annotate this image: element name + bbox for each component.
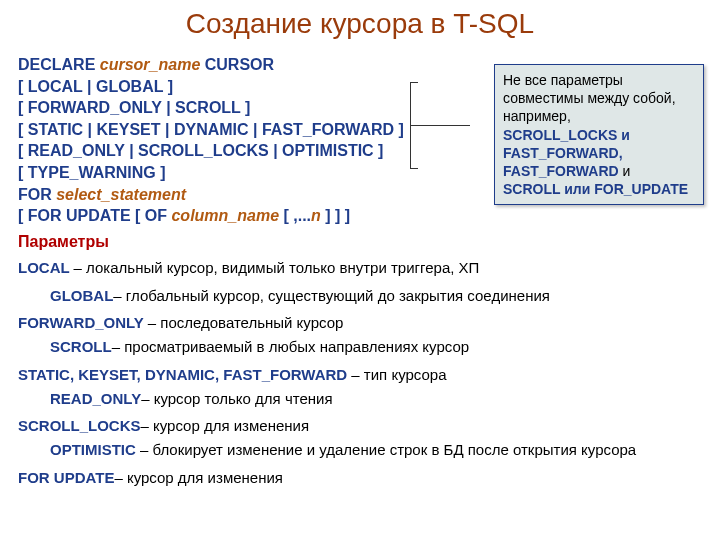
- id-n: n: [311, 207, 321, 224]
- param-read-only: READ_ONLY– курсор только для чтения: [18, 388, 702, 410]
- param-text: – блокирует изменение и удаление строк в…: [140, 441, 636, 458]
- param-forward-only: FORWARD_ONLY – последовательный курсор: [18, 312, 702, 334]
- param-text: – глобальный курсор, существующий до зак…: [113, 287, 550, 304]
- note-keyword: SCROLL или FOR_UPDATE: [503, 181, 688, 197]
- note-keyword: FAST_FORWARD: [503, 163, 623, 179]
- param-label: LOCAL: [18, 259, 74, 276]
- param-text: – последовательный курсор: [148, 314, 344, 331]
- param-scroll-locks: SCROLL_LOCKS– курсор для изменения: [18, 415, 702, 437]
- param-text: – тип курсора: [351, 366, 446, 383]
- param-local: LOCAL – локальный курсор, видимый только…: [18, 257, 702, 279]
- kw-for-update: [ FOR UPDATE [ OF: [18, 207, 171, 224]
- param-scroll: SCROLL– просматриваемый в любых направле…: [18, 336, 702, 358]
- param-label: FOR UPDATE: [18, 469, 114, 486]
- kw-for: FOR: [18, 186, 56, 203]
- note-text: Не все параметры совместимы между собой,…: [503, 72, 676, 124]
- param-global: GLOBAL– глобальный курсор, существующий …: [18, 285, 702, 307]
- param-for-update: FOR UPDATE– курсор для изменения: [18, 467, 702, 489]
- param-text: – локальный курсор, видимый только внутр…: [74, 259, 480, 276]
- kw-declare: DECLARE: [18, 56, 100, 73]
- id-select-statement: select_statement: [56, 186, 186, 203]
- param-label: OPTIMISTIC: [50, 441, 140, 458]
- note-box: Не все параметры совместимы между собой,…: [494, 64, 704, 205]
- param-text: – курсор для изменения: [114, 469, 283, 486]
- kw-cursor: CURSOR: [200, 56, 274, 73]
- param-text: – курсор для изменения: [141, 417, 310, 434]
- syntax-line: [ FOR UPDATE [ OF column_name [ ,...n ] …: [18, 205, 702, 227]
- param-label: STATIC, KEYSET, DYNAMIC, FAST_FORWARD: [18, 366, 351, 383]
- note-keyword: SCROLL_LOCKS и FAST_FORWARD,: [503, 127, 630, 161]
- param-text: – курсор только для чтения: [141, 390, 332, 407]
- param-label: SCROLL_LOCKS: [18, 417, 141, 434]
- param-label: FORWARD_ONLY: [18, 314, 148, 331]
- param-label: READ_ONLY: [50, 390, 141, 407]
- params-block: LOCAL – локальный курсор, видимый только…: [18, 257, 702, 489]
- id-column-name: column_name: [171, 207, 279, 224]
- page-title: Создание курсора в T-SQL: [18, 8, 702, 40]
- param-text: – просматриваемый в любых направлениях к…: [112, 338, 469, 355]
- kw-bracket-close: ] ] ]: [321, 207, 350, 224]
- param-type: STATIC, KEYSET, DYNAMIC, FAST_FORWARD – …: [18, 364, 702, 386]
- params-heading: Параметры: [18, 233, 702, 251]
- param-label: SCROLL: [50, 338, 112, 355]
- id-cursor-name: cursor_name: [100, 56, 201, 73]
- note-text: и: [623, 163, 631, 179]
- param-label: GLOBAL: [50, 287, 113, 304]
- kw-bracket: [ ,...: [279, 207, 311, 224]
- param-optimistic: OPTIMISTIC – блокирует изменение и удале…: [18, 439, 702, 461]
